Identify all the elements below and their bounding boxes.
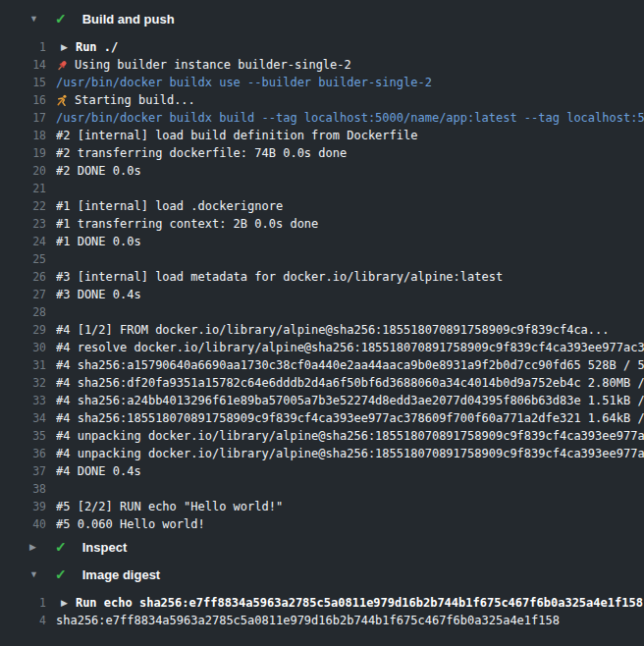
log-text: #3 DONE 0.4s [56,286,141,303]
log-line: 39#5 [2/2] RUN echo "Hello world!" [0,498,644,515]
log-text: #4 sha256:df20fa9351a15782c64e6dddb2d4a6… [56,374,644,392]
log-line-text [56,250,644,268]
line-number[interactable]: 31 [0,356,46,374]
line-number[interactable]: 14 [0,56,46,74]
log-line: 35#4 unpacking docker.io/library/alpine@… [0,427,644,445]
section-header-build-and-push[interactable]: ▼✓Build and push [0,5,644,32]
log-line: 34#4 sha256:185518070891758909c9f839cf4c… [0,409,644,427]
check-icon: ✓ [55,540,67,554]
check-icon: ✓ [55,12,67,26]
log-text: sha256:e7ff8834a5963a2785c5a0811e979d16b… [56,612,560,629]
log-line: 24#1 DONE 0.0s [0,233,644,250]
log-line-text: Starting build... [56,91,644,109]
log-line-text: #1 [internal] load .dockerignore [56,197,644,215]
log-line: 23#1 transferring context: 2B 0.0s done [0,215,644,233]
line-number[interactable]: 35 [0,427,46,445]
log-text: Run ./ [76,38,118,56]
run-toggle-icon[interactable]: ▶ [61,599,68,608]
line-number[interactable]: 1 [0,594,46,612]
log-line: 1▶Run ./ [0,38,644,56]
log-text: #5 [2/2] RUN echo "Hello world!" [56,498,283,515]
line-number[interactable]: 22 [0,197,46,215]
log-line-text: #5 0.060 Hello world! [56,515,644,533]
section-log-lines: 1▶Run echo sha256:e7ff8834a5963a2785c5a0… [0,588,644,629]
log-line: 33#4 sha256:a24bb4013296f61e89ba57005a7b… [0,392,644,409]
log-text: Starting build... [75,91,195,109]
pushpin-icon [56,59,69,72]
log-line-text: /usr/bin/docker buildx build --tag local… [56,109,644,127]
line-number[interactable]: 25 [0,250,46,268]
line-number[interactable]: 36 [0,445,46,462]
line-number[interactable]: 39 [0,498,46,515]
line-number[interactable]: 15 [0,74,46,91]
log-line-text: #3 [internal] load metadata for docker.i… [56,268,644,286]
log-text: #1 DONE 0.0s [56,233,141,250]
line-number[interactable]: 33 [0,392,46,409]
line-number[interactable]: 24 [0,233,46,250]
section-title: Inspect [82,540,128,555]
log-line: 27#3 DONE 0.4s [0,286,644,303]
log-line-text: #4 sha256:a24bb4013296f61e89ba57005a7b3e… [56,392,644,409]
log-line: 1▶Run echo sha256:e7ff8834a5963a2785c5a0… [0,594,644,612]
chevron-down-icon[interactable]: ▼ [29,15,43,24]
log-text: #4 unpacking docker.io/library/alpine@sh… [56,427,644,445]
line-number[interactable]: 16 [0,91,46,109]
log-section-inspect: ▶✓Inspect [0,533,644,561]
line-number[interactable]: 34 [0,409,46,427]
log-line-text: #4 unpacking docker.io/library/alpine@sh… [56,445,644,462]
section-header-inspect[interactable]: ▶✓Inspect [0,533,644,561]
chevron-down-icon[interactable]: ▼ [29,570,43,579]
log-line-text [56,480,644,498]
log-text: Using builder instance builder-single-2 [75,56,351,74]
log-line: 32#4 sha256:df20fa9351a15782c64e6dddb2d4… [0,374,644,392]
line-number[interactable]: 37 [0,462,46,480]
line-number[interactable]: 30 [0,339,46,356]
line-number[interactable]: 21 [0,180,46,197]
log-line-text: #4 sha256:185518070891758909c9f839cf4ca3… [56,409,644,427]
log-line: 29#4 [1/2] FROM docker.io/library/alpine… [0,321,644,339]
line-number[interactable]: 27 [0,286,46,303]
line-number[interactable]: 32 [0,374,46,392]
log-text: #4 unpacking docker.io/library/alpine@sh… [56,445,644,462]
log-line: 21 [0,180,644,197]
line-number[interactable]: 40 [0,515,46,533]
log-line: 22#1 [internal] load .dockerignore [0,197,644,215]
log-line: 25 [0,250,644,268]
line-number[interactable]: 28 [0,303,46,321]
log-line-text: #2 [internal] load build definition from… [56,127,644,144]
log-text: #2 DONE 0.0s [56,162,141,180]
line-number[interactable]: 1 [0,38,46,56]
log-line: 20#2 DONE 0.0s [0,162,644,180]
log-line-text: #4 [1/2] FROM docker.io/library/alpine@s… [56,321,644,339]
section-log-lines: 1▶Run ./14Using builder instance builder… [0,32,644,533]
log-section-build-and-push: ▼✓Build and push1▶Run ./14Using builder … [0,5,644,533]
log-text: #4 resolve docker.io/library/alpine@sha2… [56,339,644,356]
line-number[interactable]: 23 [0,215,46,233]
log-line-text: /usr/bin/docker buildx use --builder bui… [56,74,644,91]
log-line: 15/usr/bin/docker buildx use --builder b… [0,74,644,91]
section-title: Image digest [82,567,160,582]
log-line-text: #2 transferring dockerfile: 74B 0.0s don… [56,144,644,162]
log-line: 26#3 [internal] load metadata for docker… [0,268,644,286]
line-number[interactable]: 26 [0,268,46,286]
log-text: #4 DONE 0.4s [56,462,141,480]
run-toggle-icon[interactable]: ▶ [61,43,68,52]
line-number[interactable]: 20 [0,162,46,180]
log-line-text: ▶Run echo sha256:e7ff8834a5963a2785c5a08… [56,594,644,612]
log-text: /usr/bin/docker buildx use --builder bui… [56,74,432,91]
line-number[interactable]: 18 [0,127,46,144]
chevron-right-icon[interactable]: ▶ [29,543,43,552]
log-line: 37#4 DONE 0.4s [0,462,644,480]
line-number[interactable]: 38 [0,480,46,498]
line-number[interactable]: 19 [0,144,46,162]
log-text: #4 [1/2] FROM docker.io/library/alpine@s… [56,321,610,339]
log-line: 40#5 0.060 Hello world! [0,515,644,533]
log-line-text: #5 [2/2] RUN echo "Hello world!" [56,498,644,515]
log-text: /usr/bin/docker buildx build --tag local… [56,109,644,127]
line-number[interactable]: 29 [0,321,46,339]
line-number[interactable]: 4 [0,612,46,629]
line-number[interactable]: 17 [0,109,46,127]
section-header-image-digest[interactable]: ▼✓Image digest [0,561,644,588]
log-line-text: #4 sha256:df20fa9351a15782c64e6dddb2d4a6… [56,374,644,392]
log-text: #3 [internal] load metadata for docker.i… [56,268,503,286]
